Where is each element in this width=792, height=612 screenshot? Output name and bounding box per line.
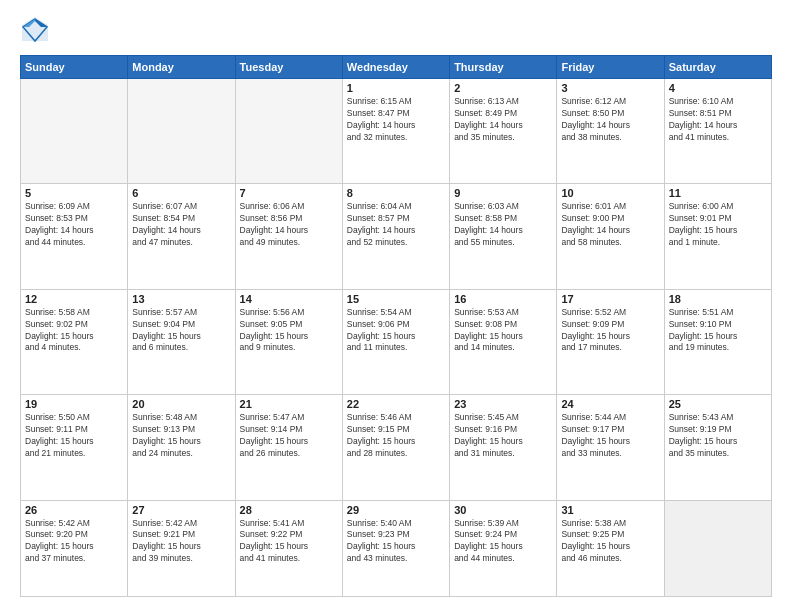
day-number: 31 [561, 504, 659, 516]
day-info: Sunrise: 6:13 AMSunset: 8:49 PMDaylight:… [454, 96, 552, 144]
day-info: Sunrise: 5:39 AMSunset: 9:24 PMDaylight:… [454, 518, 552, 566]
day-header-thursday: Thursday [450, 56, 557, 79]
day-info: Sunrise: 5:51 AMSunset: 9:10 PMDaylight:… [669, 307, 767, 355]
calendar-cell: 9Sunrise: 6:03 AMSunset: 8:58 PMDaylight… [450, 184, 557, 289]
day-info: Sunrise: 5:47 AMSunset: 9:14 PMDaylight:… [240, 412, 338, 460]
day-info: Sunrise: 5:57 AMSunset: 9:04 PMDaylight:… [132, 307, 230, 355]
day-number: 24 [561, 398, 659, 410]
calendar-cell: 23Sunrise: 5:45 AMSunset: 9:16 PMDayligh… [450, 395, 557, 500]
calendar-cell: 5Sunrise: 6:09 AMSunset: 8:53 PMDaylight… [21, 184, 128, 289]
calendar-cell: 17Sunrise: 5:52 AMSunset: 9:09 PMDayligh… [557, 289, 664, 394]
day-number: 8 [347, 187, 445, 199]
day-header-friday: Friday [557, 56, 664, 79]
day-info: Sunrise: 5:38 AMSunset: 9:25 PMDaylight:… [561, 518, 659, 566]
day-header-wednesday: Wednesday [342, 56, 449, 79]
calendar-cell: 3Sunrise: 6:12 AMSunset: 8:50 PMDaylight… [557, 79, 664, 184]
day-info: Sunrise: 5:41 AMSunset: 9:22 PMDaylight:… [240, 518, 338, 566]
day-number: 14 [240, 293, 338, 305]
day-info: Sunrise: 6:15 AMSunset: 8:47 PMDaylight:… [347, 96, 445, 144]
day-number: 30 [454, 504, 552, 516]
day-info: Sunrise: 6:07 AMSunset: 8:54 PMDaylight:… [132, 201, 230, 249]
calendar-cell: 13Sunrise: 5:57 AMSunset: 9:04 PMDayligh… [128, 289, 235, 394]
calendar-cell: 15Sunrise: 5:54 AMSunset: 9:06 PMDayligh… [342, 289, 449, 394]
day-info: Sunrise: 5:50 AMSunset: 9:11 PMDaylight:… [25, 412, 123, 460]
calendar-cell: 2Sunrise: 6:13 AMSunset: 8:49 PMDaylight… [450, 79, 557, 184]
day-number: 12 [25, 293, 123, 305]
header-row: SundayMondayTuesdayWednesdayThursdayFrid… [21, 56, 772, 79]
day-header-saturday: Saturday [664, 56, 771, 79]
calendar-cell: 6Sunrise: 6:07 AMSunset: 8:54 PMDaylight… [128, 184, 235, 289]
day-number: 3 [561, 82, 659, 94]
day-number: 5 [25, 187, 123, 199]
day-info: Sunrise: 5:52 AMSunset: 9:09 PMDaylight:… [561, 307, 659, 355]
week-row-4: 19Sunrise: 5:50 AMSunset: 9:11 PMDayligh… [21, 395, 772, 500]
calendar-cell: 24Sunrise: 5:44 AMSunset: 9:17 PMDayligh… [557, 395, 664, 500]
calendar-cell: 28Sunrise: 5:41 AMSunset: 9:22 PMDayligh… [235, 500, 342, 596]
day-info: Sunrise: 6:12 AMSunset: 8:50 PMDaylight:… [561, 96, 659, 144]
calendar-cell: 11Sunrise: 6:00 AMSunset: 9:01 PMDayligh… [664, 184, 771, 289]
day-info: Sunrise: 5:48 AMSunset: 9:13 PMDaylight:… [132, 412, 230, 460]
day-number: 26 [25, 504, 123, 516]
day-number: 21 [240, 398, 338, 410]
calendar-cell: 14Sunrise: 5:56 AMSunset: 9:05 PMDayligh… [235, 289, 342, 394]
calendar-cell: 8Sunrise: 6:04 AMSunset: 8:57 PMDaylight… [342, 184, 449, 289]
day-info: Sunrise: 5:54 AMSunset: 9:06 PMDaylight:… [347, 307, 445, 355]
calendar-cell: 22Sunrise: 5:46 AMSunset: 9:15 PMDayligh… [342, 395, 449, 500]
day-info: Sunrise: 5:42 AMSunset: 9:20 PMDaylight:… [25, 518, 123, 566]
calendar-cell [128, 79, 235, 184]
calendar-cell: 27Sunrise: 5:42 AMSunset: 9:21 PMDayligh… [128, 500, 235, 596]
calendar-cell: 20Sunrise: 5:48 AMSunset: 9:13 PMDayligh… [128, 395, 235, 500]
day-header-monday: Monday [128, 56, 235, 79]
day-number: 4 [669, 82, 767, 94]
day-number: 29 [347, 504, 445, 516]
day-info: Sunrise: 5:46 AMSunset: 9:15 PMDaylight:… [347, 412, 445, 460]
day-info: Sunrise: 6:06 AMSunset: 8:56 PMDaylight:… [240, 201, 338, 249]
calendar-cell: 18Sunrise: 5:51 AMSunset: 9:10 PMDayligh… [664, 289, 771, 394]
calendar-cell: 10Sunrise: 6:01 AMSunset: 9:00 PMDayligh… [557, 184, 664, 289]
day-info: Sunrise: 5:53 AMSunset: 9:08 PMDaylight:… [454, 307, 552, 355]
calendar-cell: 31Sunrise: 5:38 AMSunset: 9:25 PMDayligh… [557, 500, 664, 596]
day-number: 10 [561, 187, 659, 199]
day-number: 25 [669, 398, 767, 410]
page: SundayMondayTuesdayWednesdayThursdayFrid… [0, 0, 792, 612]
calendar-cell: 26Sunrise: 5:42 AMSunset: 9:20 PMDayligh… [21, 500, 128, 596]
day-number: 28 [240, 504, 338, 516]
week-row-3: 12Sunrise: 5:58 AMSunset: 9:02 PMDayligh… [21, 289, 772, 394]
calendar-cell: 25Sunrise: 5:43 AMSunset: 9:19 PMDayligh… [664, 395, 771, 500]
calendar-cell: 21Sunrise: 5:47 AMSunset: 9:14 PMDayligh… [235, 395, 342, 500]
week-row-5: 26Sunrise: 5:42 AMSunset: 9:20 PMDayligh… [21, 500, 772, 596]
calendar-cell: 29Sunrise: 5:40 AMSunset: 9:23 PMDayligh… [342, 500, 449, 596]
day-info: Sunrise: 5:42 AMSunset: 9:21 PMDaylight:… [132, 518, 230, 566]
day-info: Sunrise: 6:10 AMSunset: 8:51 PMDaylight:… [669, 96, 767, 144]
day-number: 1 [347, 82, 445, 94]
calendar-cell: 12Sunrise: 5:58 AMSunset: 9:02 PMDayligh… [21, 289, 128, 394]
day-number: 22 [347, 398, 445, 410]
calendar-cell: 1Sunrise: 6:15 AMSunset: 8:47 PMDaylight… [342, 79, 449, 184]
calendar-cell: 30Sunrise: 5:39 AMSunset: 9:24 PMDayligh… [450, 500, 557, 596]
logo-icon [20, 15, 50, 45]
day-number: 27 [132, 504, 230, 516]
header [20, 15, 772, 45]
day-number: 9 [454, 187, 552, 199]
day-info: Sunrise: 5:58 AMSunset: 9:02 PMDaylight:… [25, 307, 123, 355]
day-info: Sunrise: 5:40 AMSunset: 9:23 PMDaylight:… [347, 518, 445, 566]
week-row-1: 1Sunrise: 6:15 AMSunset: 8:47 PMDaylight… [21, 79, 772, 184]
calendar-cell: 16Sunrise: 5:53 AMSunset: 9:08 PMDayligh… [450, 289, 557, 394]
day-number: 2 [454, 82, 552, 94]
calendar-cell [235, 79, 342, 184]
day-info: Sunrise: 5:56 AMSunset: 9:05 PMDaylight:… [240, 307, 338, 355]
day-number: 16 [454, 293, 552, 305]
day-number: 11 [669, 187, 767, 199]
day-info: Sunrise: 5:43 AMSunset: 9:19 PMDaylight:… [669, 412, 767, 460]
day-info: Sunrise: 5:44 AMSunset: 9:17 PMDaylight:… [561, 412, 659, 460]
day-header-sunday: Sunday [21, 56, 128, 79]
calendar-cell [664, 500, 771, 596]
day-number: 6 [132, 187, 230, 199]
day-header-tuesday: Tuesday [235, 56, 342, 79]
day-number: 7 [240, 187, 338, 199]
calendar-cell: 4Sunrise: 6:10 AMSunset: 8:51 PMDaylight… [664, 79, 771, 184]
day-info: Sunrise: 6:00 AMSunset: 9:01 PMDaylight:… [669, 201, 767, 249]
day-number: 15 [347, 293, 445, 305]
logo [20, 15, 54, 45]
day-info: Sunrise: 6:01 AMSunset: 9:00 PMDaylight:… [561, 201, 659, 249]
